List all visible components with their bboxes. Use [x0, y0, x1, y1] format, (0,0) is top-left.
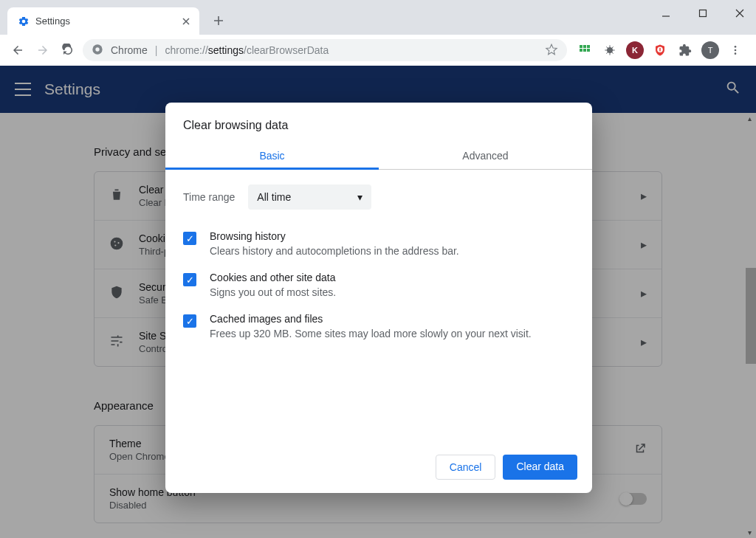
time-range-row: Time range All time ▾	[183, 184, 574, 210]
minimize-button[interactable]	[656, 3, 676, 24]
toolbar-extensions: K T	[571, 41, 749, 59]
profile-avatar[interactable]: T	[701, 41, 719, 59]
svg-rect-5	[587, 45, 590, 48]
address-field[interactable]: Chrome | chrome://settings/clearBrowserD…	[83, 39, 567, 61]
svg-rect-0	[700, 10, 707, 17]
checkbox-browsing-history[interactable]: ✓	[183, 232, 196, 245]
time-range-label: Time range	[183, 191, 235, 203]
svg-rect-3	[580, 45, 583, 48]
window-controls	[656, 3, 750, 24]
time-range-select[interactable]: All time ▾	[248, 184, 371, 210]
clear-browsing-data-dialog: Clear browsing data Basic Advanced Time …	[165, 103, 592, 493]
tab-basic[interactable]: Basic	[165, 142, 379, 169]
ext-ublock-icon[interactable]	[651, 41, 669, 59]
chrome-icon	[92, 44, 103, 58]
checkbox-cached[interactable]: ✓	[183, 314, 196, 328]
svg-rect-7	[583, 49, 586, 52]
browser-tab[interactable]: Settings	[7, 7, 199, 35]
reload-button[interactable]	[58, 40, 78, 61]
dialog-body: Time range All time ▾ ✓ Browsing history…	[165, 170, 592, 354]
option-cached: ✓ Cached images and filesFrees up 320 MB…	[183, 306, 574, 347]
ext-k-icon[interactable]: K	[626, 41, 644, 59]
maximize-button[interactable]	[693, 3, 713, 24]
back-button[interactable]	[7, 40, 28, 61]
address-separator: |	[155, 44, 158, 56]
forward-button	[32, 40, 53, 61]
dialog-footer: Cancel Clear data	[165, 443, 592, 493]
extensions-puzzle-icon[interactable]	[676, 41, 694, 59]
svg-point-11	[735, 46, 737, 48]
svg-rect-8	[587, 49, 590, 52]
svg-rect-6	[580, 49, 583, 52]
browser-titlebar: Settings	[0, 0, 756, 35]
chevron-down-icon: ▾	[357, 191, 362, 203]
new-tab-button[interactable]	[208, 10, 229, 31]
ext-bug-icon[interactable]	[601, 41, 619, 59]
tab-title: Settings	[35, 15, 176, 27]
svg-point-2	[95, 47, 99, 51]
clear-data-button[interactable]: Clear data	[503, 455, 577, 480]
tab-advanced[interactable]: Advanced	[379, 142, 592, 169]
address-scheme: Chrome	[111, 44, 148, 56]
gear-icon	[18, 15, 30, 27]
time-range-value: All time	[257, 191, 291, 203]
cancel-button[interactable]: Cancel	[436, 455, 496, 480]
address-bar: Chrome | chrome://settings/clearBrowserD…	[0, 35, 756, 66]
svg-rect-4	[583, 45, 586, 48]
dialog-tabs: Basic Advanced	[165, 142, 592, 170]
close-tab-icon[interactable]	[180, 15, 192, 27]
bookmark-star-icon[interactable]	[545, 43, 558, 58]
dialog-title: Clear browsing data	[165, 103, 592, 142]
browser-menu-icon[interactable]	[726, 41, 744, 59]
option-browsing-history: ✓ Browsing historyClears history and aut…	[183, 223, 574, 264]
svg-point-13	[735, 52, 737, 55]
svg-point-12	[735, 49, 737, 52]
close-window-button[interactable]	[729, 3, 750, 24]
ext-grid-icon[interactable]	[576, 41, 594, 59]
option-cookies: ✓ Cookies and other site dataSigns you o…	[183, 264, 574, 306]
checkbox-cookies[interactable]: ✓	[183, 273, 196, 286]
address-url: chrome://settings/clearBrowserData	[165, 44, 329, 56]
